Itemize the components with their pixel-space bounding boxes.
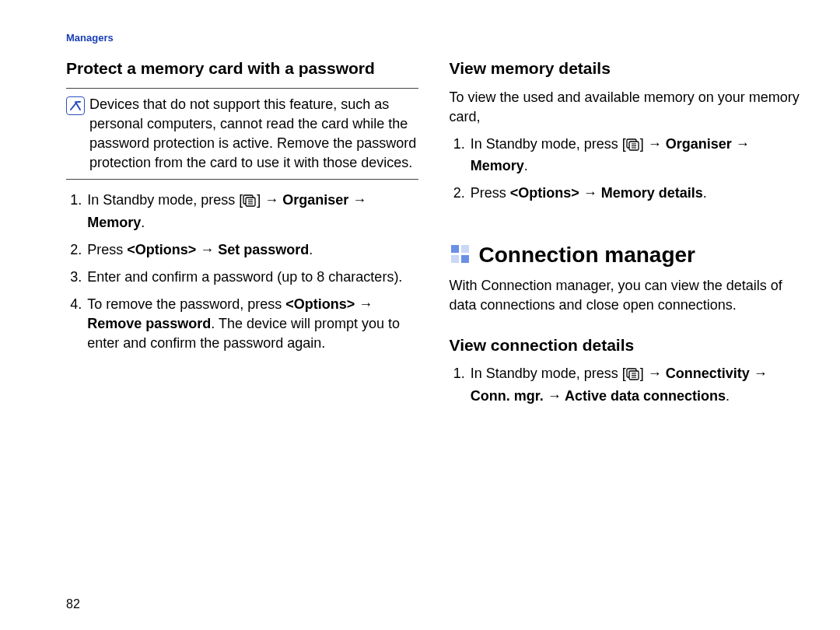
list-item: To remove the password, press <Options> … — [86, 295, 418, 354]
steps-list: In Standby mode, press [ ] → Organiser →… — [66, 191, 418, 353]
note-text: Devices that do not support this feature… — [89, 95, 418, 173]
note-box: Devices that do not support this feature… — [66, 88, 418, 180]
note-icon — [66, 96, 85, 115]
heading-connection-manager: Connection manager — [479, 240, 695, 270]
svg-rect-12 — [451, 255, 459, 263]
right-column: View memory details To view the used and… — [450, 57, 802, 414]
list-item: In Standby mode, press [ ] → Connectivit… — [469, 364, 801, 405]
left-column: Protect a memory card with a password De… — [66, 57, 418, 414]
memory-intro: To view the used and available memory on… — [450, 88, 802, 127]
section-header: Managers — [66, 31, 801, 45]
section-marker-icon — [450, 243, 471, 265]
heading-view-memory: View memory details — [450, 57, 802, 79]
steps-list: In Standby mode, press [ ] → Organiser →… — [450, 135, 802, 204]
svg-rect-10 — [451, 245, 459, 253]
menu-key-icon — [243, 193, 257, 212]
list-item: In Standby mode, press [ ] → Organiser →… — [86, 191, 418, 232]
svg-rect-13 — [461, 255, 469, 263]
list-item: In Standby mode, press [ ] → Organiser →… — [469, 135, 801, 176]
menu-key-icon — [626, 366, 640, 386]
list-item: Press <Options> → Set password. — [86, 240, 418, 260]
connection-intro: With Connection manager, you can view th… — [450, 276, 802, 315]
svg-rect-11 — [461, 245, 469, 253]
steps-list: In Standby mode, press [ ] → Connectivit… — [450, 364, 802, 405]
list-item: Enter and confirm a password (up to 8 ch… — [86, 268, 418, 287]
menu-key-icon — [626, 137, 640, 156]
heading-protect: Protect a memory card with a password — [66, 57, 418, 79]
page-number: 82 — [66, 596, 80, 613]
list-item: Press <Options> → Memory details. — [469, 184, 801, 203]
heading-view-connection: View connection details — [450, 334, 802, 356]
